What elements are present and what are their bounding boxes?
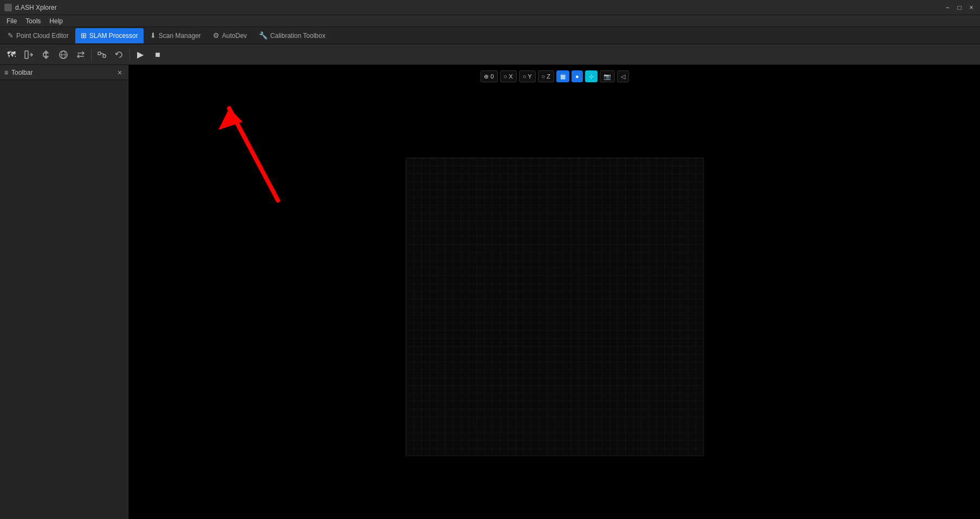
tab-autodev[interactable]: ⚙ AutoDev bbox=[207, 28, 252, 43]
import-button[interactable] bbox=[21, 47, 37, 62]
sidebar-content bbox=[0, 80, 128, 519]
menu-help[interactable]: Help bbox=[45, 15, 67, 27]
tab-scan-manager[interactable]: ⬇ Scan Manager bbox=[145, 28, 206, 43]
tabbar: ✎ Point Cloud Editor ⊞ SLAM Processor ⬇ … bbox=[0, 27, 980, 44]
vp-arrow-button[interactable]: ◁ bbox=[617, 70, 629, 82]
toolbar-separator-1 bbox=[91, 49, 92, 61]
svg-rect-9 bbox=[406, 158, 704, 456]
tab-slam-processor-label: SLAM Processor bbox=[89, 32, 138, 40]
close-button[interactable]: × bbox=[967, 3, 976, 12]
svg-marker-11 bbox=[218, 108, 243, 130]
transform-button[interactable] bbox=[38, 47, 54, 62]
svg-line-10 bbox=[229, 108, 278, 200]
tab-slam-processor[interactable]: ⊞ SLAM Processor bbox=[75, 28, 144, 43]
vp-grid-button[interactable]: ▦ bbox=[556, 70, 569, 82]
minimize-button[interactable]: − bbox=[943, 3, 952, 12]
toolbar-separator-2 bbox=[129, 49, 130, 61]
titlebar-controls: − □ × bbox=[943, 3, 976, 12]
tab-calibration-toolbox-label: Calibration Toolbox bbox=[270, 32, 326, 40]
viewport-area: ⊕ 0 ○ X ○ Y ○ Z ▦ ● ⊹ 📷 ◁ bbox=[129, 65, 980, 519]
titlebar: d.ASH Xplorer − □ × bbox=[0, 0, 980, 15]
sidebar: ≡ Toolbar × bbox=[0, 65, 129, 519]
viewport-controls: ⊕ 0 ○ X ○ Y ○ Z ▦ ● ⊹ 📷 ◁ bbox=[480, 70, 628, 82]
calibration-toolbox-icon: 🔧 bbox=[259, 31, 268, 40]
globe-button[interactable] bbox=[55, 47, 72, 62]
tab-autodev-label: AutoDev bbox=[222, 32, 247, 40]
tab-calibration-toolbox[interactable]: 🔧 Calibration Toolbox bbox=[254, 28, 331, 43]
undo-button[interactable] bbox=[111, 47, 127, 62]
vp-crosshair-button[interactable]: ⊹ bbox=[585, 70, 598, 82]
menu-tools[interactable]: Tools bbox=[21, 15, 45, 27]
titlebar-left: d.ASH Xplorer bbox=[4, 4, 57, 11]
slam-processor-icon: ⊞ bbox=[81, 31, 87, 40]
vp-oy-button[interactable]: ○ Y bbox=[519, 70, 536, 82]
menubar: File Tools Help bbox=[0, 15, 980, 27]
sidebar-header-title: ≡ Toolbar bbox=[4, 69, 33, 76]
stop-button[interactable]: ■ bbox=[150, 47, 166, 62]
vp-oz-button[interactable]: ○ Z bbox=[538, 70, 554, 82]
scan-manager-icon: ⬇ bbox=[150, 31, 156, 40]
menu-file[interactable]: File bbox=[2, 15, 21, 27]
main-layout: ≡ Toolbar × ⊕ 0 ○ X ○ Y ○ Z ▦ ● ⊹ 📷 ◁ bbox=[0, 65, 980, 519]
vp-dot-button[interactable]: ● bbox=[572, 70, 583, 82]
svg-rect-6 bbox=[98, 52, 101, 55]
tab-point-cloud-editor-label: Point Cloud Editor bbox=[16, 32, 69, 40]
toolbar-label: Toolbar bbox=[11, 69, 33, 76]
hamburger-icon: ≡ bbox=[4, 69, 8, 76]
vp-camera-button[interactable]: 📷 bbox=[600, 70, 615, 82]
tab-point-cloud-editor[interactable]: ✎ Point Cloud Editor bbox=[2, 28, 74, 43]
tab-scan-manager-label: Scan Manager bbox=[159, 32, 201, 40]
vp-origin-button[interactable]: ⊕ 0 bbox=[480, 70, 497, 82]
toolbar: 🗺 bbox=[0, 44, 980, 65]
sidebar-close-button[interactable]: × bbox=[115, 68, 124, 77]
map-button[interactable]: 🗺 bbox=[3, 47, 20, 62]
svg-rect-7 bbox=[103, 55, 106, 57]
svg-rect-0 bbox=[25, 51, 28, 59]
maximize-button[interactable]: □ bbox=[955, 3, 964, 12]
annotation-arrow bbox=[213, 92, 321, 213]
vp-ox-button[interactable]: ○ X bbox=[500, 70, 517, 82]
play-button[interactable]: ▶ bbox=[132, 47, 148, 62]
path-button[interactable] bbox=[94, 47, 110, 62]
grid-canvas bbox=[406, 158, 704, 456]
swap-button[interactable] bbox=[73, 47, 89, 62]
point-cloud-editor-icon: ✎ bbox=[8, 31, 14, 40]
autodev-icon: ⚙ bbox=[213, 31, 219, 40]
app-icon bbox=[4, 4, 12, 11]
app-title: d.ASH Xplorer bbox=[15, 4, 57, 11]
sidebar-header: ≡ Toolbar × bbox=[0, 65, 128, 80]
